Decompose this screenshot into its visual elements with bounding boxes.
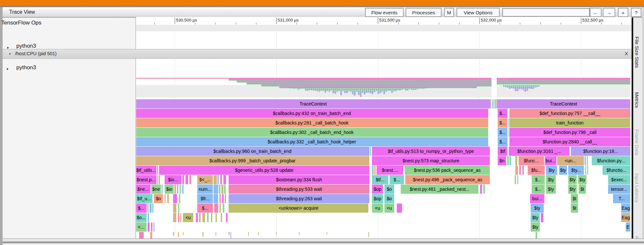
- flame-sliver[interactable]: [167, 194, 169, 203]
- flame-sliver[interactable]: [173, 204, 176, 213]
- flame-block[interactable]: $o...: [136, 213, 147, 222]
- flame-block[interactable]: $tf_u...: [136, 194, 153, 203]
- flame-sliver[interactable]: [214, 175, 217, 184]
- flame-block[interactable]: $function.py:2840 __call__: [509, 137, 630, 146]
- flame-sliver[interactable]: [150, 204, 152, 213]
- flame-sliver[interactable]: [207, 213, 209, 222]
- flame-sliver[interactable]: [199, 213, 201, 222]
- flame-block[interactable]: $<_...: [197, 175, 213, 184]
- flame-block[interactable]: $tf...: [372, 175, 388, 184]
- flame-sliver[interactable]: [153, 222, 154, 232]
- flame-sliver[interactable]: [211, 213, 212, 222]
- flame-block[interactable]: $ty: [568, 185, 577, 194]
- flame-sliver[interactable]: [587, 166, 588, 175]
- flame-sliver[interactable]: [508, 118, 509, 127]
- rail-item-input-latency[interactable]: Input Latency: [634, 173, 640, 203]
- flame-block[interactable]: $nest.py:496 _pack_sequence_as: [405, 175, 490, 184]
- flame-block[interactable]: $ne...: [136, 185, 151, 194]
- flame-sliver[interactable]: [214, 194, 218, 203]
- flame-block[interactable]: $def_function.py:757 __call__: [509, 109, 630, 118]
- flame-sliver[interactable]: [159, 175, 160, 184]
- flame-block[interactable]: $ty: [578, 175, 587, 184]
- flame-block[interactable]: $...: [532, 175, 545, 184]
- flame-sliver[interactable]: [219, 185, 220, 194]
- flame-sliver[interactable]: [216, 213, 217, 222]
- flame-sliver[interactable]: [179, 194, 180, 203]
- search-input[interactable]: [502, 8, 590, 17]
- flame-block[interactable]: $...: [136, 204, 147, 213]
- flame-block[interactable]: $function.py...: [592, 156, 630, 165]
- flame-sliver[interactable]: [226, 213, 228, 222]
- flame-block[interactable]: $ne: [151, 185, 161, 194]
- nav-button[interactable]: »: [618, 8, 628, 17]
- toolbar-button-flow-events[interactable]: Flow events: [365, 8, 404, 17]
- flame-block[interactable]: $ty: [546, 166, 557, 175]
- flame-block[interactable]: $nest.py:461 _packed_nest...: [401, 185, 478, 194]
- flame-sliver[interactable]: [148, 213, 149, 222]
- flame-block[interactable]: $function.py:3161 _...: [509, 147, 570, 156]
- flame-sliver[interactable]: [185, 175, 188, 184]
- flame-sliver[interactable]: [523, 166, 524, 175]
- flame-sliver[interactable]: [180, 213, 181, 222]
- flame-block[interactable]: $ty: [559, 166, 567, 175]
- flame-block[interactable]: <u: [183, 213, 193, 222]
- flame-sliver[interactable]: [507, 156, 509, 165]
- flame-sliver[interactable]: [221, 213, 222, 222]
- flame-block[interactable]: $...: [498, 118, 507, 127]
- flame-block[interactable]: $ty: [546, 185, 556, 194]
- flame-sliver[interactable]: [178, 204, 179, 213]
- flame-block[interactable]: $t: [571, 204, 578, 213]
- flame-sliver[interactable]: [585, 166, 586, 175]
- nav-button[interactable]: ?: [631, 8, 641, 17]
- flame-sliver[interactable]: [493, 99, 494, 108]
- flame-block[interactable]: bui...: [530, 194, 544, 203]
- collapse-arrow-icon[interactable]: ▾: [7, 67, 8, 71]
- flame-block[interactable]: $...: [532, 185, 545, 194]
- toolbar-button-view-options[interactable]: View Options: [457, 8, 500, 17]
- flame-block[interactable]: TraceContext: [136, 99, 491, 108]
- flame-block[interactable]: $ty: [531, 204, 544, 213]
- flame-block[interactable]: $callbacks.py:281 _call_batch_hook: [136, 118, 488, 127]
- flame-sliver[interactable]: [196, 213, 198, 222]
- flame-block[interactable]: $o: [384, 194, 394, 203]
- flame-block[interactable]: $ty: [531, 222, 540, 232]
- flame-sliver[interactable]: [587, 156, 588, 165]
- flame-sliver[interactable]: [585, 156, 586, 165]
- flame-sliver[interactable]: [225, 194, 226, 203]
- flame-sliver[interactable]: [509, 156, 511, 165]
- flame-block[interactable]: $generic_utils.py:528 update: [159, 166, 369, 175]
- flame-sliver[interactable]: [178, 213, 179, 222]
- flame-block[interactable]: $n: [154, 194, 163, 203]
- flame-block[interactable]: $threading.py:263 wait: [229, 194, 369, 203]
- flame-sliver[interactable]: [370, 147, 371, 156]
- flame-sliver[interactable]: [180, 185, 181, 194]
- flame-block[interactable]: $tf_utils.py:513 to_numpy_or_python_type: [372, 147, 490, 156]
- flame-block[interactable]: <u: [384, 204, 394, 213]
- track-python3-expanded[interactable]: python3: [16, 64, 36, 71]
- flame-sliver[interactable]: [515, 156, 517, 165]
- flame-block[interactable]: $o: [384, 185, 394, 194]
- flame-block[interactable]: TraceContext: [497, 99, 630, 108]
- flame-sliver[interactable]: [480, 185, 482, 194]
- flame-block[interactable]: $exec...: [608, 175, 630, 184]
- flame-sliver[interactable]: [214, 204, 218, 213]
- flame-block[interactable]: $callbacks.py:432 on_train_batch_end: [136, 109, 488, 118]
- flame-sliver[interactable]: [182, 175, 184, 184]
- flame-sliver[interactable]: [223, 175, 226, 184]
- flame-block[interactable]: $nest.py:536 pack_sequence_as: [405, 166, 490, 175]
- flame-block[interactable]: $io...: [165, 175, 182, 184]
- nav-button[interactable]: ←: [590, 8, 602, 17]
- flame-block[interactable]: $iostream.py:334 flush: [229, 175, 369, 184]
- flame-block[interactable]: $tf: [498, 147, 507, 156]
- flame-sliver[interactable]: [222, 194, 224, 203]
- flame-sliver[interactable]: [219, 194, 221, 203]
- flame-block[interactable]: $callbacks.py:332 _call_batch_hook_helpe…: [136, 137, 488, 146]
- track-python3-collapsed[interactable]: python3: [16, 43, 36, 49]
- flame-sliver[interactable]: [492, 99, 493, 108]
- flame-block[interactable]: $nest....: [377, 166, 403, 175]
- flame-block[interactable]: $t: [571, 194, 578, 203]
- flame-sliver[interactable]: [174, 185, 176, 194]
- flame-sliver[interactable]: [219, 204, 221, 213]
- flame-sliver[interactable]: [148, 222, 150, 232]
- rail-item-metrics[interactable]: Metrics: [634, 92, 640, 108]
